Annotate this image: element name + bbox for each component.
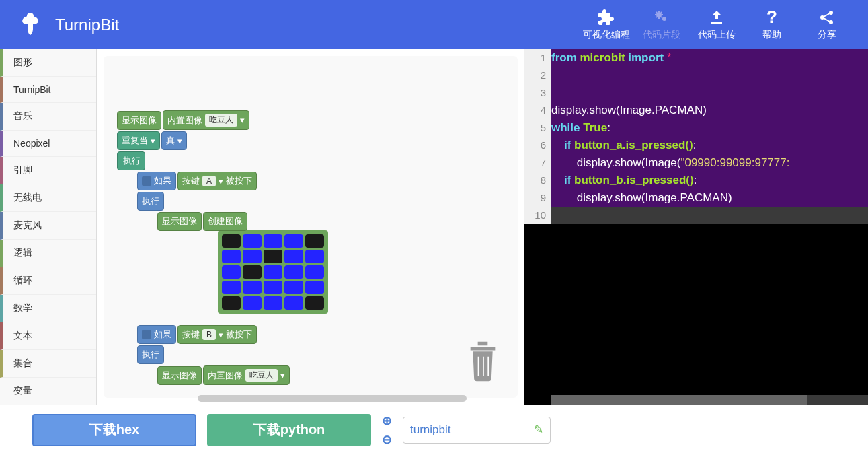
led-cell[interactable] xyxy=(243,234,262,248)
zoom-out-icon[interactable]: ⊖ xyxy=(382,432,392,447)
led-cell[interactable] xyxy=(305,281,324,294)
sidebar-item[interactable]: 数学 xyxy=(0,295,96,322)
nav-code-snippet[interactable]: 代码片段 xyxy=(634,0,689,49)
sidebar-item[interactable]: 集合 xyxy=(0,350,96,378)
led-cell[interactable] xyxy=(243,296,262,310)
nav-visual-programming[interactable]: 可视化编程 xyxy=(579,0,634,49)
led-grid[interactable] xyxy=(218,230,328,314)
block-button-b[interactable]: 按键 B ▾ 被按下 xyxy=(177,325,257,344)
led-cell[interactable] xyxy=(305,234,324,248)
project-name-input[interactable]: turnipbit ✎ xyxy=(403,417,551,444)
sidebar-item[interactable]: 麦克风 xyxy=(0,212,96,240)
block-canvas[interactable]: 显示图像 内置图像 吃豆人 ▾ 重复当 ▾ 真 ▾ 执行 如果 按键 A ▾ 被… xyxy=(97,49,524,405)
led-cell[interactable] xyxy=(264,265,282,279)
block-builtin-image[interactable]: 内置图像 吃豆人 ▾ xyxy=(203,365,290,385)
led-cell[interactable] xyxy=(284,234,303,248)
download-python-button[interactable]: 下载python xyxy=(207,414,371,446)
app-title: TurnipBit xyxy=(55,15,119,34)
block-repeat-while[interactable]: 重复当 ▾ xyxy=(117,131,160,150)
puzzle-icon xyxy=(598,9,615,26)
gear-icon[interactable] xyxy=(142,176,151,186)
canvas-scrollbar[interactable] xyxy=(198,395,467,402)
led-cell[interactable] xyxy=(222,265,241,279)
logo-icon xyxy=(13,11,47,38)
svg-point-0 xyxy=(656,12,662,18)
header-nav: 可视化编程 代码片段 代码上传 ? 帮助 分享 xyxy=(579,0,855,49)
sidebar-item[interactable]: 逻辑 xyxy=(0,240,96,267)
code-scrollbar-h[interactable] xyxy=(551,395,868,405)
block-builtin-image[interactable]: 内置图像 吃豆人 ▾ xyxy=(163,110,249,130)
led-cell[interactable] xyxy=(243,281,262,294)
block-do-label: 执行 xyxy=(137,345,164,364)
gear-icon[interactable] xyxy=(142,330,151,339)
nav-code-upload[interactable]: 代码上传 xyxy=(689,0,744,49)
block-do-label: 执行 xyxy=(137,192,164,211)
block-if[interactable]: 如果 xyxy=(137,172,176,190)
workspace[interactable]: 显示图像 内置图像 吃豆人 ▾ 重复当 ▾ 真 ▾ 执行 如果 按键 A ▾ 被… xyxy=(104,56,518,398)
zoom-in-icon[interactable]: ⊕ xyxy=(382,413,392,428)
led-cell[interactable] xyxy=(284,296,303,310)
block-show-image[interactable]: 显示图像 xyxy=(157,366,202,385)
led-cell[interactable] xyxy=(284,265,303,279)
led-cell[interactable] xyxy=(222,250,241,263)
block-button-a[interactable]: 按键 A ▾ 被按下 xyxy=(177,172,257,190)
trash-icon[interactable] xyxy=(468,341,498,384)
led-cell[interactable] xyxy=(264,281,282,294)
nav-help[interactable]: ? 帮助 xyxy=(744,0,799,49)
sidebar-item[interactable]: 引脚 xyxy=(0,157,96,184)
block-show-image[interactable]: 显示图像 xyxy=(157,212,202,231)
led-cell[interactable] xyxy=(284,250,303,263)
gears-icon xyxy=(653,9,670,26)
sidebar-item[interactable]: 无线电 xyxy=(0,184,96,212)
zoom-controls: ⊕ ⊖ xyxy=(382,413,392,447)
block-do-label: 执行 xyxy=(117,151,145,170)
svg-point-1 xyxy=(662,17,666,21)
code-editor[interactable]: 12345678910 from microbit import * displ… xyxy=(524,49,868,405)
block-create-image[interactable]: 创建图像 xyxy=(203,212,247,231)
sidebar-item[interactable]: 变量 xyxy=(0,378,96,405)
sidebar-item[interactable]: Neopixel xyxy=(0,131,96,157)
block-show-image[interactable]: 显示图像 xyxy=(117,111,161,130)
line-gutter: 12345678910 xyxy=(524,49,551,224)
question-icon: ? xyxy=(766,9,777,26)
led-cell[interactable] xyxy=(264,296,282,310)
led-cell[interactable] xyxy=(222,296,241,310)
led-cell[interactable] xyxy=(305,265,324,279)
block-category-sidebar: 显示图形TurnipBit音乐Neopixel引脚无线电麦克风逻辑循环数学文本集… xyxy=(0,49,97,405)
upload-icon xyxy=(709,9,725,26)
sidebar-item[interactable]: TurnipBit xyxy=(0,77,96,103)
pencil-icon[interactable]: ✎ xyxy=(534,423,543,437)
led-cell[interactable] xyxy=(243,250,262,263)
led-cell[interactable] xyxy=(305,250,324,263)
app-header: TurnipBit 可视化编程 代码片段 代码上传 ? 帮助 xyxy=(0,0,868,49)
footer: 下载hex 下载python ⊕ ⊖ turnipbit ✎ xyxy=(0,405,868,455)
download-hex-button[interactable]: 下载hex xyxy=(32,414,196,446)
main-area: 显示图形TurnipBit音乐Neopixel引脚无线电麦克风逻辑循环数学文本集… xyxy=(0,49,868,405)
block-stack[interactable]: 显示图像 内置图像 吃豆人 ▾ 重复当 ▾ 真 ▾ 执行 如果 按键 A ▾ 被… xyxy=(117,110,328,386)
led-cell[interactable] xyxy=(264,234,282,248)
nav-share[interactable]: 分享 xyxy=(799,0,855,49)
sidebar-item[interactable]: 文本 xyxy=(0,322,96,350)
block-true[interactable]: 真 ▾ xyxy=(161,131,187,150)
led-cell[interactable] xyxy=(222,234,241,248)
block-if[interactable]: 如果 xyxy=(137,325,176,344)
led-cell[interactable] xyxy=(284,281,303,294)
led-cell[interactable] xyxy=(243,265,262,279)
led-cell[interactable] xyxy=(305,296,324,310)
sidebar-item[interactable]: 图形 xyxy=(0,49,96,77)
logo: TurnipBit xyxy=(13,11,119,38)
code-content[interactable]: from microbit import * display.show(Imag… xyxy=(551,49,868,224)
led-cell[interactable] xyxy=(222,281,241,294)
sidebar-item[interactable]: 循环 xyxy=(0,267,96,295)
sidebar-item[interactable]: 音乐 xyxy=(0,103,96,131)
led-cell[interactable] xyxy=(264,250,282,263)
share-icon xyxy=(819,9,835,26)
